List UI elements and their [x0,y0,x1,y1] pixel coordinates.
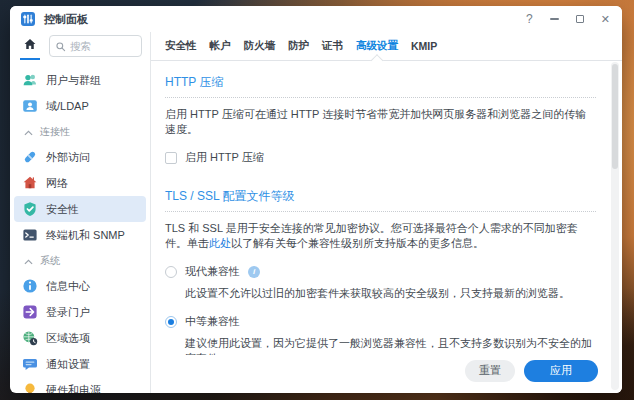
lightbulb-icon [22,382,38,393]
sidebar-section-system[interactable]: 系统 [10,249,150,273]
security-shield-icon [22,201,38,217]
reset-button[interactable]: 重置 [465,360,515,382]
sidebar-item-notification-settings[interactable]: 通知设置 [10,351,150,377]
enable-http-compression-checkbox[interactable] [165,152,177,164]
maximize-button[interactable] [576,15,584,23]
notification-icon [22,356,38,372]
sidebar-section-connectivity[interactable]: 连接性 [10,120,150,144]
sidebar-item-external-access[interactable]: 外部访问 [10,144,150,170]
modern-compatibility-radio[interactable] [165,266,177,278]
sidebar-item-label: 信息中心 [46,279,90,294]
home-button[interactable] [18,33,42,59]
scrollbar-thumb[interactable] [612,64,618,169]
sidebar-item-user-group[interactable]: 用户与群组 [10,67,150,93]
sidebar-item-label: 终端机和 SNMP [46,228,125,243]
terminal-icon [22,227,38,243]
sidebar: 用户与群组 域/LDAP 连接性 外部访问 [10,32,151,393]
tab-certificate[interactable]: 证书 [322,32,343,60]
help-button[interactable]: ? [526,13,533,25]
sidebar-item-info-center[interactable]: 信息中心 [10,273,150,299]
modern-compatibility-row[interactable]: 现代兼容性 i [165,264,596,279]
tab-firewall[interactable]: 防火墙 [244,32,276,60]
sidebar-item-hardware-power[interactable]: 硬件和电源 [10,377,150,393]
sidebar-item-label: 域/LDAP [46,99,89,114]
modern-compatibility-description: 此设置不允许以过旧的加密套件来获取较高的安全级别，只支持最新的浏览器。 [185,286,596,301]
chevron-up-icon [24,256,33,267]
sidebar-item-security[interactable]: 安全性 [14,196,146,222]
enable-http-compression-row[interactable]: 启用 HTTP 压缩 [165,150,596,165]
sidebar-item-label: 安全性 [46,202,79,217]
domain-icon [22,98,38,114]
section-title-http-compression: HTTP 压缩 [165,67,596,98]
apply-button[interactable]: 应用 [524,360,598,382]
content-column: 安全性 帐户 防火墙 防护 证书 高级设置 KMIP HTTP 压缩 启用 HT… [151,32,622,393]
info-icon[interactable]: i [248,266,260,278]
external-access-icon [22,149,38,165]
intermediate-compatibility-label: 中等兼容性 [185,314,240,329]
tab-advanced-settings[interactable]: 高级设置 [356,32,398,60]
sidebar-list: 用户与群组 域/LDAP 连接性 外部访问 [10,60,150,393]
login-portal-icon [22,304,38,320]
minimize-button[interactable] [550,18,559,20]
tab-security[interactable]: 安全性 [165,32,197,60]
sidebar-item-domain-ldap[interactable]: 域/LDAP [10,93,150,119]
sidebar-item-label: 区域选项 [46,331,90,346]
sidebar-item-label: 网络 [46,176,68,191]
intermediate-compatibility-row[interactable]: 中等兼容性 [165,314,596,329]
control-panel-app-icon [20,11,36,27]
settings-panel: HTTP 压缩 启用 HTTP 压缩可在通过 HTTP 连接时节省带宽并加快网页… [151,61,622,355]
tab-account[interactable]: 帐户 [210,32,231,60]
sidebar-item-label: 用户与群组 [46,73,101,88]
enable-http-compression-label: 启用 HTTP 压缩 [185,150,264,165]
sidebar-section-label: 系统 [40,254,60,268]
modern-compatibility-label: 现代兼容性 [185,264,240,279]
tls-learn-more-link[interactable]: 此处 [209,237,231,249]
network-icon [22,175,38,191]
chevron-up-icon [24,127,33,138]
window-title: 控制面板 [44,12,88,27]
sidebar-item-label: 登录门户 [46,305,90,320]
search-icon [55,41,66,52]
tab-protection[interactable]: 防护 [288,32,309,60]
sidebar-item-login-portal[interactable]: 登录门户 [10,299,150,325]
tab-bar: 安全性 帐户 防火墙 防护 证书 高级设置 KMIP [151,32,622,61]
regional-options-icon [22,330,38,346]
http-compression-description: 启用 HTTP 压缩可在通过 HTTP 连接时节省带宽并加快网页服务器和浏览器之… [165,107,596,137]
sidebar-section-label: 连接性 [40,125,70,139]
sidebar-header [10,32,150,60]
section-title-tls-ssl: TLS / SSL 配置文件等级 [165,181,596,212]
home-icon [23,37,37,55]
search-input[interactable] [70,40,136,52]
sidebar-item-regional-options[interactable]: 区域选项 [10,325,150,351]
close-button[interactable]: ✕ [601,14,610,25]
users-icon [22,72,38,88]
search-box[interactable] [49,35,142,57]
sidebar-item-network[interactable]: 网络 [10,170,150,196]
intermediate-compatibility-description: 建议使用此设置，因为它提供了一般浏览器兼容性，且不支持多数识别为不安全的加密套件… [185,336,596,355]
info-circle-icon [22,278,38,294]
vertical-scrollbar[interactable] [611,62,619,390]
sidebar-item-label: 通知设置 [46,357,90,372]
sidebar-item-label: 硬件和电源 [46,383,101,394]
control-panel-window: 控制面板 ? ✕ [10,6,622,393]
tls-description: TLS 和 SSL 是用于安全连接的常见加密协议。您可选择最符合个人需求的不同加… [165,221,596,251]
desktop-background: 控制面板 ? ✕ [0,0,634,400]
titlebar[interactable]: 控制面板 ? ✕ [10,6,622,32]
tab-kmip[interactable]: KMIP [411,32,437,60]
action-footer: 重置 应用 [151,355,622,393]
sidebar-item-label: 外部访问 [46,150,90,165]
sidebar-item-terminal-snmp[interactable]: 终端机和 SNMP [10,222,150,248]
intermediate-compatibility-radio[interactable] [165,316,177,328]
window-controls: ? ✕ [526,13,610,25]
